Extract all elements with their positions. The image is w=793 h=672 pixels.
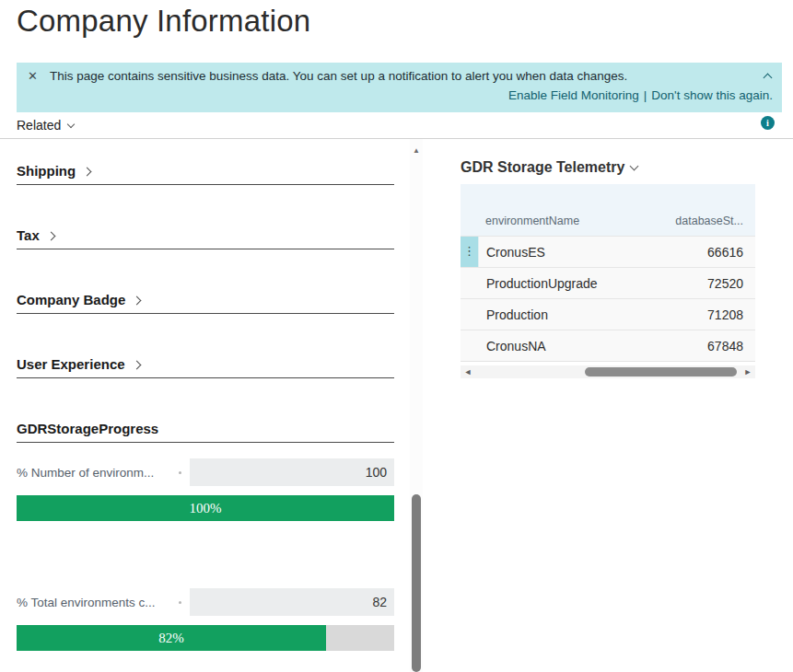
banner-message: This page contains sensitive business da… bbox=[50, 69, 764, 83]
scroll-left-icon[interactable]: ◄ bbox=[461, 365, 475, 378]
section-shipping[interactable]: Shipping bbox=[17, 162, 394, 185]
field-ellipsis-dot bbox=[179, 601, 181, 604]
table-row[interactable]: Production 71208 bbox=[461, 298, 755, 330]
section-label: Tax bbox=[17, 226, 40, 244]
row-selection-gutter[interactable] bbox=[461, 268, 479, 298]
progress-fill: 100% bbox=[17, 495, 394, 521]
scroll-right-icon[interactable]: ► bbox=[741, 365, 755, 378]
banner-actions-row: Enable Field Monitoring|Don't show this … bbox=[17, 83, 782, 102]
page-title: Company Information bbox=[17, 4, 310, 39]
part-title-label: GDR Storage Telemetry bbox=[461, 158, 624, 176]
cell-database-storage[interactable]: 72520 bbox=[672, 268, 755, 298]
section-label: Company Badge bbox=[17, 291, 125, 308]
field-value-input[interactable]: 100 bbox=[190, 458, 394, 486]
telemetry-table: environmentName databaseSt... ⋮ CronusES… bbox=[461, 184, 755, 362]
field-label: % Total environments c... bbox=[17, 596, 173, 609]
row-indicator-icon: ⋮ bbox=[463, 244, 475, 258]
column-header-environment-name[interactable]: environmentName bbox=[485, 214, 579, 227]
horizontal-scrollbar[interactable]: ◄ ► bbox=[461, 365, 755, 378]
field-total-environments: % Total environments c... 82 bbox=[17, 588, 394, 616]
chevron-down-icon bbox=[630, 161, 639, 170]
cell-environment-name[interactable]: CronusES bbox=[479, 237, 672, 267]
field-ellipsis-dot bbox=[179, 471, 181, 474]
progress-fill: 82% bbox=[17, 625, 326, 651]
section-company-badge[interactable]: Company Badge bbox=[17, 291, 394, 314]
section-gdr-storage-progress[interactable]: GDRStorageProgress bbox=[17, 420, 394, 443]
chevron-down-icon bbox=[67, 120, 75, 127]
info-icon[interactable]: i bbox=[761, 116, 775, 130]
section-tax[interactable]: Tax bbox=[17, 226, 394, 249]
part-title[interactable]: GDR Storage Telemetry bbox=[461, 158, 755, 176]
cell-database-storage[interactable]: 66616 bbox=[672, 237, 755, 267]
cell-environment-name[interactable]: ProductionUpgrade bbox=[479, 268, 672, 298]
action-menubar: Related i bbox=[0, 112, 793, 139]
scroll-up-icon[interactable]: ▲ bbox=[410, 139, 423, 155]
section-user-experience[interactable]: User Experience bbox=[17, 355, 394, 378]
column-header-database-storage[interactable]: databaseSt... bbox=[675, 214, 743, 227]
vertical-scrollbar[interactable]: ▲ bbox=[410, 139, 423, 672]
close-icon[interactable]: ✕ bbox=[28, 70, 38, 82]
link-separator: | bbox=[644, 88, 647, 102]
row-selection-gutter[interactable]: ⋮ bbox=[461, 237, 479, 267]
section-label: GDRStorageProgress bbox=[17, 420, 158, 437]
enable-field-monitoring-link[interactable]: Enable Field Monitoring bbox=[508, 88, 639, 102]
progress-bar-number-of-environments: 100% bbox=[17, 495, 394, 521]
field-value-input[interactable]: 82 bbox=[190, 588, 394, 616]
chevron-right-icon bbox=[46, 231, 55, 240]
dont-show-again-link[interactable]: Don't show this again. bbox=[651, 88, 773, 102]
cell-database-storage[interactable]: 71208 bbox=[672, 299, 755, 330]
related-menu-label: Related bbox=[17, 118, 61, 133]
notification-banner: ✕ This page contains sensitive business … bbox=[17, 63, 782, 112]
chevron-right-icon bbox=[132, 360, 141, 369]
progress-label: 82% bbox=[158, 631, 184, 646]
horizontal-scrollbar-thumb[interactable] bbox=[585, 367, 737, 377]
cell-database-storage[interactable]: 67848 bbox=[672, 330, 755, 361]
field-number-of-environments: % Number of environm... 100 bbox=[17, 458, 394, 486]
chevron-right-icon bbox=[133, 295, 142, 305]
table-header: environmentName databaseSt... bbox=[461, 184, 755, 236]
company-information-page: Company Information ✕ This page contains… bbox=[0, 0, 793, 672]
table-row[interactable]: ProductionUpgrade 72520 bbox=[461, 267, 755, 298]
section-label: User Experience bbox=[17, 355, 125, 373]
table-row[interactable]: CronusNA 67848 bbox=[461, 330, 755, 361]
row-selection-gutter[interactable] bbox=[461, 299, 479, 330]
field-label: % Number of environm... bbox=[17, 466, 173, 480]
banner-message-row: ✕ This page contains sensitive business … bbox=[17, 63, 782, 83]
progress-bar-total-environments: 82% bbox=[17, 625, 394, 651]
row-selection-gutter[interactable] bbox=[461, 330, 479, 361]
section-label: Shipping bbox=[17, 162, 76, 180]
related-menu[interactable]: Related bbox=[17, 118, 74, 133]
fields-pane: Shipping Tax Company Badge User Experien… bbox=[17, 139, 394, 651]
gdr-storage-telemetry-part: GDR Storage Telemetry environmentName da… bbox=[461, 139, 755, 378]
table-row[interactable]: ⋮ CronusES 66616 bbox=[461, 236, 755, 267]
vertical-scrollbar-thumb[interactable] bbox=[412, 494, 421, 672]
progress-label: 100% bbox=[190, 501, 222, 516]
cell-environment-name[interactable]: CronusNA bbox=[479, 330, 672, 361]
chevron-up-icon[interactable] bbox=[764, 74, 773, 83]
chevron-right-icon bbox=[83, 167, 92, 176]
cell-environment-name[interactable]: Production bbox=[479, 299, 672, 330]
